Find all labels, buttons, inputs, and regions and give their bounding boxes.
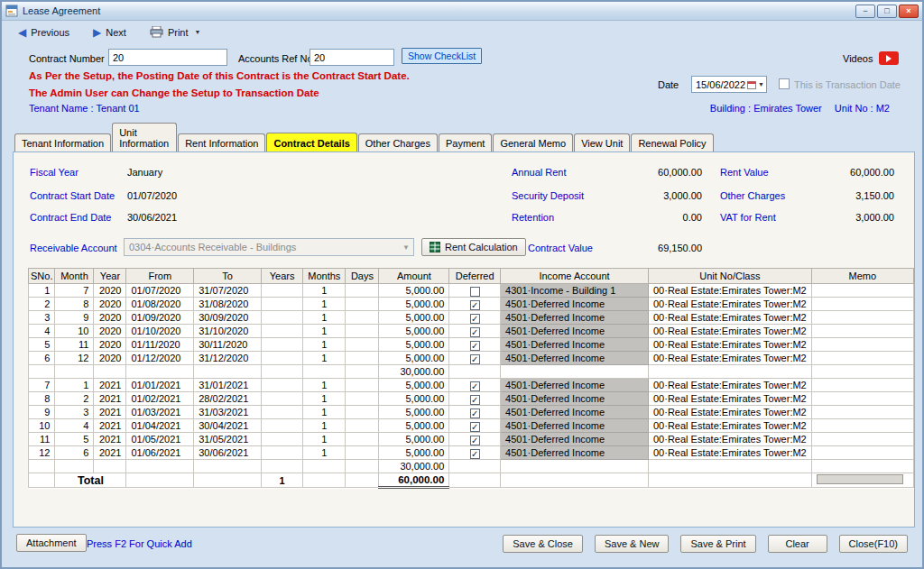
show-checklist-button[interactable]: Show CheckList [402, 48, 482, 64]
unit-class-cell[interactable]: 00·Real Estate:Emirates Tower:M2 [648, 298, 811, 311]
cell[interactable]: 31/08/2020 [194, 298, 262, 311]
cell[interactable] [346, 284, 379, 298]
cell[interactable] [346, 392, 379, 406]
transaction-date-checkbox[interactable] [779, 78, 790, 89]
deferred-checkbox[interactable]: ✓ [470, 300, 480, 310]
cell[interactable]: 7 [55, 284, 94, 298]
deferred-checkbox[interactable]: ✓ [470, 314, 480, 324]
cell[interactable]: 2 [29, 298, 55, 311]
deferred-checkbox[interactable]: ✓ [470, 436, 480, 445]
cell[interactable]: 1 [303, 406, 346, 419]
unit-class-cell[interactable]: 00·Real Estate:Emirates Tower:M2 [648, 379, 811, 392]
unit-class-cell[interactable]: 00·Real Estate:Emirates Tower:M2 [648, 325, 811, 338]
unit-class-cell[interactable]: 00·Real Estate:Emirates Tower:M2 [648, 352, 811, 365]
accounts-ref-input[interactable] [310, 49, 394, 66]
memo-cell[interactable] [811, 419, 913, 433]
cell[interactable]: 2021 [94, 406, 126, 419]
cell[interactable] [346, 433, 379, 446]
cell[interactable] [262, 338, 303, 352]
close-f10-button[interactable]: Close(F10) [839, 535, 908, 553]
unit-class-cell[interactable]: 00·Real Estate:Emirates Tower:M2 [648, 392, 811, 406]
cell[interactable]: 5,000.00 [379, 379, 449, 392]
deferred-cell[interactable]: ✓ [449, 433, 501, 446]
deferred-cell[interactable]: ✓ [449, 446, 501, 460]
cell[interactable]: 01/07/2020 [126, 284, 194, 298]
cell[interactable]: 5 [55, 433, 94, 446]
income-account-cell[interactable]: 4501·Deferred Income [501, 352, 649, 365]
deferred-cell[interactable]: ✓ [449, 311, 501, 325]
cell[interactable] [262, 284, 303, 298]
cell[interactable]: 4 [29, 325, 55, 338]
cell[interactable]: 28/02/2021 [194, 392, 262, 406]
cell[interactable] [346, 298, 379, 311]
unit-class-cell[interactable]: 00·Real Estate:Emirates Tower:M2 [648, 419, 811, 433]
cell[interactable]: 1 [303, 419, 346, 433]
cell[interactable]: 2020 [94, 311, 126, 325]
cell[interactable]: 5,000.00 [379, 433, 449, 446]
print-dropdown-icon[interactable]: ▼ [195, 29, 201, 35]
income-account-cell[interactable]: 4501·Deferred Income [501, 379, 649, 392]
cell[interactable]: 5,000.00 [379, 406, 449, 419]
save-close-button[interactable]: Save & Close [503, 535, 583, 553]
cell[interactable]: 01/09/2020 [126, 311, 194, 325]
deferred-checkbox[interactable]: ✓ [470, 408, 480, 418]
cell[interactable]: 2021 [94, 433, 126, 446]
cell[interactable] [262, 392, 303, 406]
print-button[interactable]: Print ▼ [146, 24, 205, 40]
unit-class-cell[interactable]: 00·Real Estate:Emirates Tower:M2 [648, 433, 811, 446]
cell[interactable]: 31/07/2020 [194, 284, 262, 298]
income-account-cell[interactable]: 4501·Deferred Income [501, 406, 649, 419]
previous-button[interactable]: ◀ Previous [14, 25, 73, 40]
cell[interactable]: 2021 [94, 379, 126, 392]
memo-cell[interactable] [811, 446, 913, 460]
cell[interactable]: 01/12/2020 [126, 352, 194, 365]
deferred-checkbox[interactable]: ✓ [470, 354, 480, 364]
unit-class-cell[interactable]: 00·Real Estate:Emirates Tower:M2 [648, 284, 811, 298]
deferred-checkbox[interactable]: ✓ [470, 327, 480, 337]
cell[interactable]: 30/04/2021 [194, 419, 262, 433]
deferred-checkbox[interactable]: ✓ [470, 449, 480, 459]
tab-renewal-policy[interactable]: Renewal Policy [631, 133, 713, 151]
cell[interactable]: 01/10/2020 [126, 325, 194, 338]
cell[interactable]: 2 [55, 392, 94, 406]
deferred-checkbox[interactable]: ✓ [470, 422, 480, 432]
cell[interactable]: 7 [29, 379, 55, 392]
date-input[interactable]: 15/06/2022 ▼ [691, 76, 767, 93]
cell[interactable]: 1 [303, 446, 346, 460]
tab-view-unit[interactable]: View Unit [574, 133, 630, 151]
cell[interactable] [346, 352, 379, 365]
tab-other-charges[interactable]: Other Charges [358, 133, 438, 151]
fiscal-year-value[interactable]: January [127, 167, 162, 178]
clear-button[interactable]: Clear [768, 535, 827, 553]
save-new-button[interactable]: Save & New [595, 535, 670, 553]
cell[interactable] [262, 298, 303, 311]
cell[interactable] [346, 419, 379, 433]
cell[interactable]: 5,000.00 [379, 338, 449, 352]
cell[interactable]: 1 [303, 433, 346, 446]
memo-cell[interactable] [811, 433, 913, 446]
cell[interactable]: 01/11/2020 [126, 338, 194, 352]
cell[interactable]: 5,000.00 [379, 298, 449, 311]
cell[interactable]: 2020 [94, 338, 126, 352]
rent-calculation-button[interactable]: Rent Calculation [421, 238, 526, 256]
cell[interactable]: 01/05/2021 [126, 433, 194, 446]
cell[interactable] [262, 352, 303, 365]
cell[interactable]: 5,000.00 [379, 392, 449, 406]
youtube-icon[interactable] [879, 51, 899, 65]
cell[interactable] [262, 379, 303, 392]
deferred-checkbox[interactable]: ✓ [470, 341, 480, 351]
cell[interactable]: 1 [303, 311, 346, 325]
cell[interactable]: 11 [29, 433, 55, 446]
income-account-cell[interactable]: 4501·Deferred Income [501, 325, 649, 338]
deferred-cell[interactable]: ✓ [449, 325, 501, 338]
cell[interactable]: 1 [303, 325, 346, 338]
cell[interactable] [346, 446, 379, 460]
cell[interactable]: 30/11/2020 [194, 338, 262, 352]
cell[interactable]: 1 [303, 284, 346, 298]
cell[interactable] [346, 325, 379, 338]
deferred-checkbox[interactable]: ✓ [470, 395, 480, 405]
unit-class-cell[interactable]: 00·Real Estate:Emirates Tower:M2 [648, 338, 811, 352]
cell[interactable]: 5,000.00 [379, 311, 449, 325]
cell[interactable]: 6 [29, 352, 55, 365]
income-account-cell[interactable]: 4501·Deferred Income [501, 298, 649, 311]
